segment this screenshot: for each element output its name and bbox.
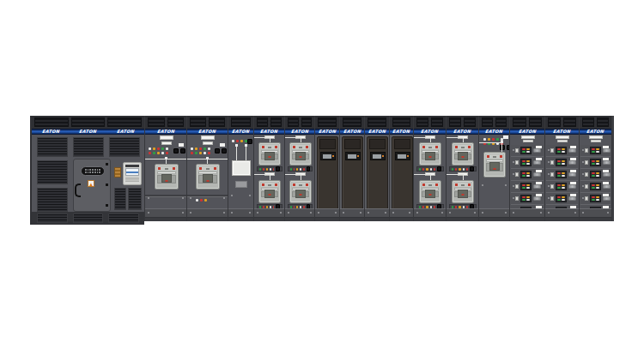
indicator-led [161, 152, 164, 154]
indicator-led [522, 175, 526, 177]
top-vent-band [545, 116, 579, 129]
brand-logo: EATON [291, 129, 309, 134]
indicator-led [204, 152, 206, 154]
indicator-led [562, 151, 565, 153]
screw [223, 212, 225, 214]
meter-screen [125, 168, 139, 176]
breaker-face [454, 191, 471, 197]
screw [582, 149, 584, 151]
indicator-led [557, 148, 561, 150]
drawout-circuit-breaker [289, 180, 312, 203]
indicator-led [562, 172, 565, 174]
breaker-red-mark [293, 184, 295, 186]
feeder-unit-row [511, 193, 544, 205]
screw [505, 212, 507, 214]
indicator-led [166, 147, 168, 150]
unit-button [585, 148, 588, 153]
pushbutton [500, 145, 505, 150]
screw [548, 173, 550, 175]
unit-nameplate [570, 158, 576, 160]
hmi-screen [345, 152, 361, 160]
breaker-handle [603, 172, 611, 177]
mimic-bus-line [414, 174, 430, 175]
kick-plate [365, 208, 389, 218]
breaker-handle [603, 184, 611, 189]
brand-logo: EATON [157, 129, 175, 134]
section-breaker-section-3: EATON [478, 116, 509, 221]
indicator-led [557, 163, 561, 165]
drawout-circuit-breaker [419, 142, 441, 165]
nameplate [203, 141, 213, 145]
indicator-led [166, 152, 168, 154]
indicator-led [459, 168, 460, 171]
breaker-red-mark [293, 146, 295, 148]
connector-pin [85, 172, 87, 173]
indicator-led [153, 147, 155, 150]
screw [335, 212, 337, 214]
feeder-indicator-module [556, 171, 567, 178]
feeder-unit-row [546, 169, 578, 181]
pushbutton [437, 166, 441, 172]
connector-pin [97, 172, 99, 173]
mimic-bus-line [430, 174, 431, 180]
indicator-led [526, 199, 530, 201]
mimic-bus-line [254, 137, 270, 138]
louver-vent [37, 137, 68, 157]
breaker-top-strip [261, 183, 278, 187]
breaker-top-strip [198, 166, 217, 171]
vent-grille [288, 117, 299, 127]
section-double-breaker-section-1: EATON [253, 116, 284, 221]
indicator-led [296, 168, 298, 171]
feeder-indicator-module [520, 171, 532, 178]
indicator-led [562, 187, 565, 189]
indicator-led [526, 172, 530, 174]
drawout-circuit-breaker [258, 180, 281, 203]
indicator-led [191, 147, 193, 150]
indicator-led [294, 168, 295, 171]
control-buttons [215, 148, 227, 153]
nameplate [161, 141, 172, 145]
feeder-indicator-module [520, 159, 532, 166]
drawout-circuit-breaker [289, 142, 312, 165]
breaker-handle [533, 148, 541, 153]
vent-grille [301, 117, 313, 127]
base-strip [315, 218, 339, 221]
drive-top-panel [394, 139, 410, 149]
top-vent-band [315, 116, 339, 129]
indicator-led [466, 168, 468, 171]
screw [582, 185, 584, 187]
instrument-window [232, 160, 251, 176]
indicator-led [270, 168, 271, 171]
base-strip [187, 218, 228, 221]
connector-pin [97, 169, 99, 171]
breaker-top-strip [292, 183, 309, 187]
vent-grille [548, 117, 561, 127]
indicator-led [562, 199, 565, 201]
unit-button [515, 160, 519, 165]
warning-label: ▲ [88, 180, 94, 187]
screw [257, 212, 258, 214]
vent-grille [582, 117, 594, 127]
indicator-led [196, 199, 198, 202]
unit-button [550, 148, 554, 153]
unit-nameplate [536, 146, 542, 148]
top-vent-band [510, 116, 544, 129]
feeder-unit-row [580, 157, 611, 169]
brand-band: EATON [510, 129, 544, 135]
unit-nameplate [570, 170, 576, 172]
top-vent-band [340, 116, 364, 129]
unit-button [515, 196, 519, 201]
vent-grille [449, 117, 461, 127]
feeder-unit-row [546, 181, 578, 193]
indicator-led [149, 152, 151, 154]
status-flag [179, 143, 184, 147]
base-strip [447, 218, 478, 221]
feeder-indicator-module [590, 147, 601, 154]
indicator-led [422, 168, 424, 171]
brand-band: EATONEATONEATON [32, 129, 144, 135]
feeder-unit-row [511, 157, 544, 169]
top-vent-band [32, 116, 144, 129]
indicator-led [240, 140, 243, 142]
connector-pin [88, 172, 89, 173]
vent-grille [563, 117, 576, 127]
